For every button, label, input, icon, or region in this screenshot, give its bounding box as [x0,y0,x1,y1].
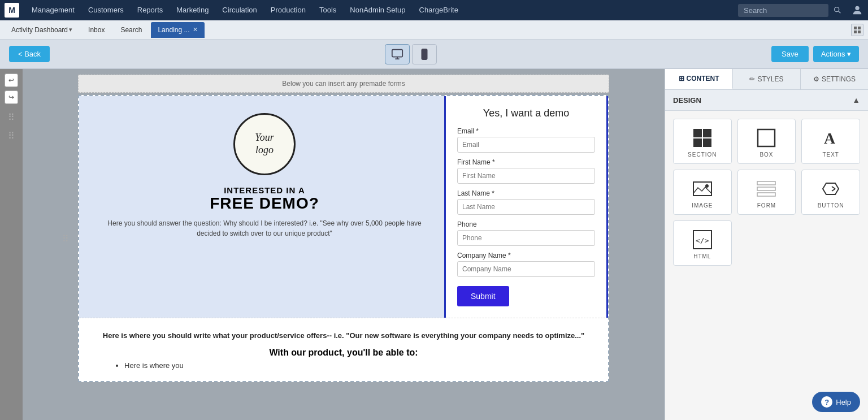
phone-group: Phone [457,220,595,246]
undo-button[interactable]: ↩ [5,73,18,87]
nav-production[interactable]: Production [265,0,311,20]
section-icon [692,128,713,148]
design-item-image[interactable]: IMAGE [673,170,732,215]
page-block[interactable]: Your logo INTERESTED IN A FREE DEMO? Her… [78,95,609,382]
tab-activity-dashboard[interactable]: Activity Dashboard ▾ [5,22,79,38]
text-icon: A [821,128,841,148]
svg-rect-22 [757,193,775,196]
help-icon: ? [821,396,832,408]
canvas-area[interactable]: Below you can insert any premade forms ⠿… [23,69,665,420]
redo-button[interactable]: ↪ [5,90,18,104]
nav-customers[interactable]: Customers [83,0,129,20]
email-group: Email * [457,127,595,153]
svg-rect-15 [703,138,711,147]
save-button[interactable]: Save [771,46,809,62]
section-label: SECTION [688,151,717,158]
nav-marketing[interactable]: Marketing [171,0,214,20]
nav-reports[interactable]: Reports [132,0,169,20]
nav-circulation[interactable]: Circulation [216,0,262,20]
firstname-label: First Name * [457,158,595,166]
image-label: IMAGE [692,202,713,209]
email-label: Email * [457,127,595,135]
product-body-text: Here is where you should write what your… [102,330,585,342]
nav-nonadmin-setup[interactable]: NonAdmin Setup [344,0,411,20]
back-button[interactable]: < Back [9,46,50,62]
company-group: Company Name * [457,252,595,277]
svg-point-2 [855,6,859,10]
phone-label: Phone [457,220,595,228]
submit-button[interactable]: Submit [457,286,509,306]
section-drag-handle[interactable]: ⠿ [62,233,69,244]
tab-settings[interactable]: ⚙ SETTINGS [801,69,868,89]
html-label: HTML [693,253,711,259]
design-item-box[interactable]: BOX [737,119,796,164]
design-item-text[interactable]: A TEXT [801,119,860,164]
tab-content[interactable]: ⊞ CONTENT [665,69,733,89]
tab-landing[interactable]: Landing ... ✕ [151,22,205,38]
logo-circle: Your logo [233,113,296,175]
design-item-form[interactable]: FORM [737,170,796,215]
demo-section: Your logo INTERESTED IN A FREE DEMO? Her… [79,96,608,318]
toggle-icon [853,26,861,34]
app-logo[interactable]: M [5,3,19,18]
svg-line-1 [839,11,841,14]
image-icon [692,179,713,199]
design-header: DESIGN ▲ [665,90,868,111]
demo-left-panel: Your logo INTERESTED IN A FREE DEMO? Her… [79,96,444,318]
drag-handle: ⠿ [8,112,15,123]
design-grid: SECTION BOX A TEXT [665,111,868,274]
email-input[interactable] [457,137,595,153]
desktop-view-button[interactable] [385,44,410,64]
svg-rect-7 [392,49,402,57]
tab-inbox[interactable]: Inbox [81,22,111,38]
html-icon: </> [692,230,713,250]
svg-point-11 [424,57,425,58]
firstname-input[interactable] [457,168,595,184]
search-input[interactable] [738,4,828,17]
svg-rect-20 [757,181,775,185]
mobile-view-button[interactable] [412,44,437,64]
search-area [738,4,863,17]
firstname-group: First Name * [457,158,595,184]
nav-tools[interactable]: Tools [314,0,342,20]
page-block-wrapper: ⠿ Your logo INTERESTED IN A FREE DEMO? [78,95,609,382]
svg-rect-14 [693,138,702,147]
button-label: BUTTON [818,202,844,209]
main-layout: ↩ ↪ ⠿ ⠿ Below you can insert any premade… [0,69,868,420]
design-item-section[interactable]: SECTION [673,119,732,164]
lastname-group: Last Name * [457,189,595,215]
svg-line-24 [832,189,835,191]
insert-row-hint: Below you can insert any premade forms [78,75,609,93]
nav-management[interactable]: Management [26,0,80,20]
svg-rect-21 [757,187,775,190]
top-navigation: M Management Customers Reports Marketing… [0,0,868,20]
tab-toggle-button[interactable] [851,24,863,36]
lastname-input[interactable] [457,199,595,215]
tab-search[interactable]: Search [114,22,149,38]
help-button[interactable]: ? Help [812,392,860,412]
user-icon[interactable] [851,4,863,16]
demo-headline: INTERESTED IN A [224,185,305,195]
actions-button[interactable]: Actions ▾ [813,46,859,62]
form-label: FORM [757,202,776,209]
phone-input[interactable] [457,230,595,246]
form-icon [756,179,776,199]
design-item-button[interactable]: BUTTON [801,170,860,215]
demo-headline-big: FREE DEMO? [210,195,319,213]
product-list-title: With our product, you'll be able to: [102,348,585,358]
tab-dropdown-arrow[interactable]: ▾ [69,26,72,33]
text-label: TEXT [822,151,839,158]
nav-chargebrite[interactable]: ChargeBrite [414,0,464,20]
device-toggle-group [385,44,437,64]
collapse-arrow-icon[interactable]: ▲ [852,96,860,105]
tab-close-icon[interactable]: ✕ [193,26,198,33]
svg-point-19 [705,184,709,188]
design-item-html[interactable]: </> HTML [673,220,732,266]
company-input[interactable] [457,261,595,277]
demo-form-panel: Yes, I want a demo Email * First Name * … [444,96,608,318]
svg-rect-4 [858,27,861,29]
svg-rect-18 [693,182,711,196]
tab-styles[interactable]: ✏ STYLES [733,69,801,89]
left-edge-panel: ↩ ↪ ⠿ ⠿ [0,69,23,420]
svg-point-0 [835,7,839,12]
